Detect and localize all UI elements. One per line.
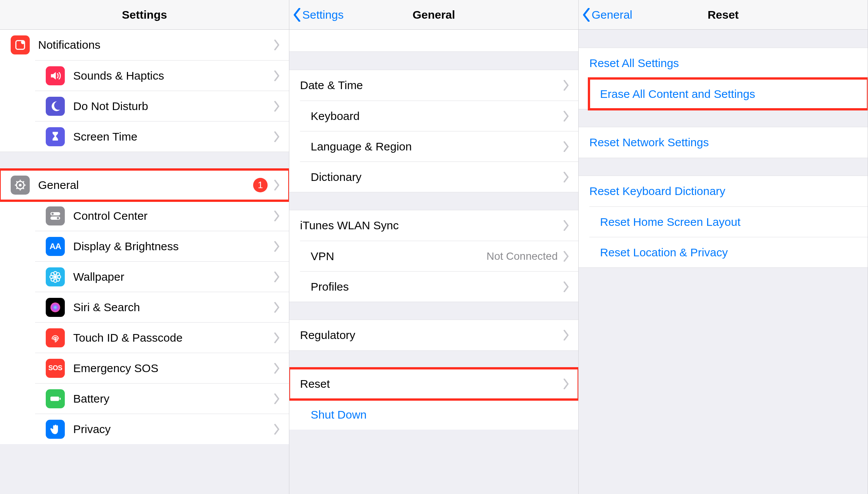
row-keyboard[interactable]: Keyboard bbox=[300, 101, 578, 131]
chevron-right-icon bbox=[274, 180, 280, 190]
row-label: Erase All Content and Settings bbox=[600, 88, 858, 101]
chevron-right-icon bbox=[563, 220, 569, 231]
section-gap bbox=[289, 350, 578, 369]
row-notifications[interactable]: Notifications bbox=[0, 30, 289, 60]
navbar: Settings bbox=[0, 0, 289, 30]
row-sounds[interactable]: Sounds & Haptics bbox=[35, 60, 289, 91]
row-label: Profiles bbox=[311, 280, 563, 293]
section-gap bbox=[0, 152, 289, 170]
row-wallpaper[interactable]: Wallpaper bbox=[35, 261, 289, 292]
row-reset-home[interactable]: Reset Home Screen Layout bbox=[589, 206, 868, 237]
section-gap bbox=[579, 109, 868, 127]
chevron-right-icon bbox=[274, 424, 280, 435]
row-date-time[interactable]: Date & Time bbox=[289, 70, 578, 101]
row-privacy[interactable]: Privacy bbox=[35, 414, 289, 444]
row-siri[interactable]: Siri & Search bbox=[35, 292, 289, 322]
row-reset-network[interactable]: Reset Network Settings bbox=[579, 127, 868, 158]
chevron-right-icon bbox=[274, 393, 280, 404]
row-label: Date & Time bbox=[300, 79, 563, 92]
row-label: Siri & Search bbox=[73, 301, 274, 314]
row-label: Notifications bbox=[38, 38, 274, 51]
chevron-right-icon bbox=[274, 70, 280, 81]
row-display[interactable]: AADisplay & Brightness bbox=[35, 231, 289, 261]
notifications-icon bbox=[11, 35, 30, 54]
row-label: Display & Brightness bbox=[73, 240, 274, 253]
section-gap bbox=[289, 52, 578, 70]
row-label: Reset bbox=[300, 377, 563, 390]
row-label: Touch ID & Passcode bbox=[73, 331, 274, 344]
gear-icon bbox=[11, 176, 30, 195]
row-reset-all[interactable]: Reset All Settings bbox=[579, 48, 868, 78]
settings-group: NotificationsSounds & HapticsDo Not Dist… bbox=[0, 30, 289, 152]
section-gap bbox=[289, 302, 578, 320]
row-label: Shut Down bbox=[311, 408, 569, 421]
row-label: Battery bbox=[73, 392, 274, 405]
row-dict[interactable]: Dictionary bbox=[300, 161, 578, 192]
back-label: Settings bbox=[302, 8, 343, 21]
chevron-right-icon bbox=[274, 101, 280, 112]
row-erase-all[interactable]: Erase All Content and Settings bbox=[589, 78, 868, 109]
reset-pane: General Reset Reset All SettingsErase Al… bbox=[579, 0, 868, 494]
row-label: Sounds & Haptics bbox=[73, 69, 274, 82]
chevron-left-icon bbox=[582, 8, 591, 22]
row-reset[interactable]: Reset bbox=[289, 369, 578, 399]
row-vpn[interactable]: VPNNot Connected bbox=[300, 241, 578, 271]
svg-point-3 bbox=[19, 184, 21, 186]
row-touchid[interactable]: Touch ID & Passcode bbox=[35, 322, 289, 353]
row-shutdown[interactable]: Shut Down bbox=[300, 399, 578, 430]
row-dnd[interactable]: Do Not Disturb bbox=[35, 91, 289, 121]
chevron-right-icon bbox=[274, 211, 280, 221]
chevron-right-icon bbox=[274, 302, 280, 313]
general-pane: Settings General Date & TimeKeyboardLang… bbox=[289, 0, 579, 494]
row-reset-loc[interactable]: Reset Location & Privacy bbox=[589, 237, 868, 267]
row-regulatory[interactable]: Regulatory bbox=[289, 320, 578, 350]
section-gap bbox=[579, 158, 868, 176]
section-gap bbox=[289, 192, 578, 210]
row-screentime[interactable]: Screen Time bbox=[35, 121, 289, 152]
settings-group: Reset Network Settings bbox=[579, 127, 868, 158]
row-battery[interactable]: Battery bbox=[35, 383, 289, 414]
row-lang[interactable]: Language & Region bbox=[300, 131, 578, 161]
row-general[interactable]: General1 bbox=[0, 170, 289, 200]
chevron-right-icon bbox=[563, 281, 569, 292]
settings-group: General1Control CenterAADisplay & Bright… bbox=[0, 170, 289, 444]
chevron-right-icon bbox=[274, 40, 280, 50]
chevron-right-icon bbox=[563, 379, 569, 389]
row-label: Dictionary bbox=[311, 171, 563, 184]
back-button[interactable]: Settings bbox=[293, 0, 343, 29]
page-title: Settings bbox=[122, 8, 167, 21]
row-profiles[interactable]: Profiles bbox=[300, 271, 578, 302]
settings-group: ResetShut Down bbox=[289, 369, 578, 430]
page-title: General bbox=[412, 8, 455, 21]
row-label: Control Center bbox=[73, 209, 274, 222]
row-label: Screen Time bbox=[73, 130, 274, 143]
row-control-center[interactable]: Control Center bbox=[35, 200, 289, 231]
svg-rect-27 bbox=[59, 398, 61, 400]
chevron-right-icon bbox=[274, 131, 280, 142]
siri-icon bbox=[46, 298, 65, 317]
row-label: Regulatory bbox=[300, 329, 563, 342]
back-button[interactable]: General bbox=[582, 0, 632, 29]
sounds-icon bbox=[46, 66, 65, 85]
svg-point-13 bbox=[51, 213, 54, 215]
row-label: Reset All Settings bbox=[589, 57, 858, 70]
row-reset-kbd[interactable]: Reset Keyboard Dictionary bbox=[579, 176, 868, 206]
row-label: VPN bbox=[311, 250, 486, 263]
settings-group: Reset Keyboard DictionaryReset Home Scre… bbox=[579, 176, 868, 267]
svg-line-10 bbox=[16, 188, 18, 189]
svg-point-15 bbox=[57, 217, 59, 219]
fingerprint-icon bbox=[46, 328, 65, 347]
chevron-right-icon bbox=[563, 141, 569, 152]
settings-group: Regulatory bbox=[289, 320, 578, 350]
row-label: General bbox=[38, 179, 253, 192]
hand-icon bbox=[46, 420, 65, 439]
navbar: General Reset bbox=[579, 0, 868, 30]
battery-icon bbox=[46, 389, 65, 408]
row-label: Wallpaper bbox=[73, 270, 274, 283]
row-itunes[interactable]: iTunes WLAN Sync bbox=[289, 210, 578, 241]
chevron-right-icon bbox=[274, 272, 280, 282]
svg-line-8 bbox=[16, 181, 18, 182]
row-label: Privacy bbox=[73, 423, 274, 436]
row-sos[interactable]: SOSEmergency SOS bbox=[35, 353, 289, 383]
row-label: Emergency SOS bbox=[73, 362, 274, 375]
